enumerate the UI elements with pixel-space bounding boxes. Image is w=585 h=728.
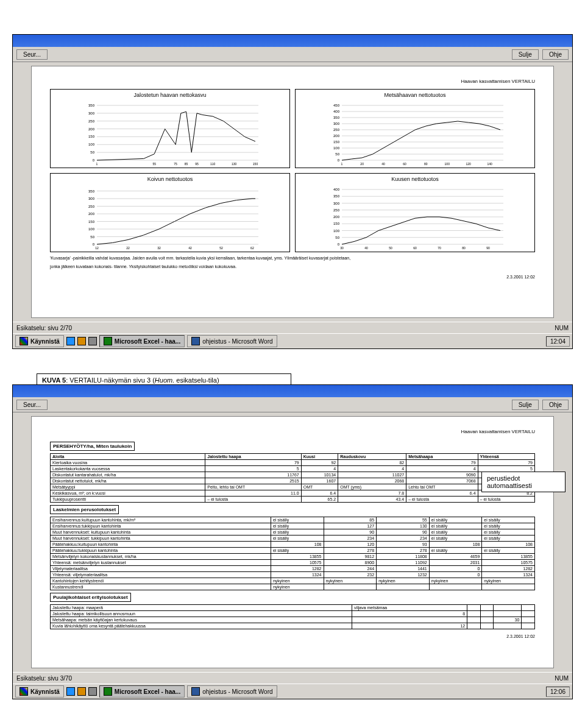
seur-button-2[interactable]: Seur... <box>16 400 48 410</box>
table-cell <box>522 605 535 611</box>
table-cell: ei sisälly <box>482 523 535 529</box>
table-cell: 1282 <box>271 566 324 572</box>
table-cell <box>324 584 377 590</box>
table-cell: ei sisälly <box>482 529 535 535</box>
table-cell: – ei tulosta <box>406 497 478 503</box>
desktop-icon-2[interactable] <box>88 687 97 696</box>
table-cell: 82 <box>338 460 406 466</box>
svg-text:300: 300 <box>88 111 95 115</box>
svg-text:350: 350 <box>88 104 95 107</box>
table-cell <box>494 611 522 617</box>
svg-text:400: 400 <box>333 110 340 113</box>
table-cell: Metsänviljelyn kokonaiskustannukset, mk/… <box>51 554 271 560</box>
kuva5-post: esikatselu-tila) <box>174 376 219 384</box>
callout-autodata-low: perustiedot automaattisesti <box>481 472 566 492</box>
table-cell: 234 <box>324 535 377 542</box>
start-label: Käynnistä <box>30 338 60 345</box>
table-cell: 2068 <box>338 478 406 484</box>
table-cell: ei sisälly <box>271 548 324 554</box>
table-cell: 4659 <box>429 554 482 560</box>
ohje-button[interactable]: Ohje <box>542 49 569 60</box>
outlook-icon-2[interactable] <box>77 687 86 696</box>
table-cell: 65.2 <box>301 497 338 503</box>
table-cell: 7068 <box>406 478 478 484</box>
table-cell <box>467 623 481 629</box>
chart-title: Koivun nettotuotos <box>53 176 287 182</box>
svg-text:250: 250 <box>333 128 340 132</box>
table-cell: nykyinen <box>324 578 377 584</box>
chart-title: Kuusen nettotuotos <box>298 176 532 182</box>
chart-1: Metsähaavan nettotuotos05010015020025030… <box>295 89 535 168</box>
table-row: Yhteensä: viljelymateriaalitsa1324232123… <box>51 572 535 578</box>
table-cell: – ei tulosta <box>205 497 301 503</box>
start-button[interactable]: Käynnistä <box>15 335 64 347</box>
table-cell: Päätehakkuu:tukkipuun kantohinta <box>51 548 271 554</box>
table-cell: 90 <box>324 529 377 535</box>
table-cell: 108 <box>429 542 482 548</box>
table-cell: ei sisälly <box>271 529 324 535</box>
table-cell: 1282 <box>482 566 535 572</box>
table-cell: 108 <box>482 542 535 548</box>
table-cell: 9812 <box>324 554 377 560</box>
table-row: Kantohintojen kehitystrendinykyinennykyi… <box>51 578 535 584</box>
table-cell: Muut harvennukset: kuitupuun kantohinta <box>51 529 271 535</box>
screenshot-1: Seur... Sulje Ohje Haavan kasvattamisen … <box>12 34 573 349</box>
svg-text:60: 60 <box>403 162 406 166</box>
chart-3: Kuusen nettotuotos0501001502002503003504… <box>295 173 535 252</box>
task-excel[interactable]: Microsoft Excel - haa... <box>99 335 185 347</box>
task-word[interactable]: ohjeistus - Microsoft Word <box>187 335 277 347</box>
svg-text:300: 300 <box>88 197 95 200</box>
table-cell: Päätehakkuu:kuitupuun kantohinta <box>51 542 271 548</box>
table-cell: OMT <box>301 484 338 490</box>
svg-text:450: 450 <box>333 104 340 107</box>
table-cell: 55 <box>377 517 430 523</box>
svg-text:50: 50 <box>389 246 392 250</box>
table-cell <box>522 611 535 617</box>
svg-text:200: 200 <box>333 215 340 219</box>
start-button-2[interactable]: Käynnistä <box>15 685 64 698</box>
table-cell: 2031 <box>429 560 482 566</box>
status-bar-2: Esikatselu: sivu 3/70 NUM <box>13 672 572 684</box>
table-cell: 5 <box>478 466 534 472</box>
chart-area: 05010015020025030035040030405060708090 <box>298 183 532 250</box>
svg-text:30: 30 <box>340 246 344 250</box>
section0: PERSEHYÖTY/ha, Miten taulukoin <box>50 442 135 451</box>
svg-text:0: 0 <box>93 242 95 246</box>
table-cell: 85 <box>324 517 377 523</box>
table-cell: 90 <box>377 529 430 535</box>
sulje-button-2[interactable]: Sulje <box>512 400 539 410</box>
table-cell: Ensiharvennus:kuitupuun kantohinta, mk/m… <box>51 517 271 523</box>
ie-icon[interactable] <box>66 337 75 345</box>
ie-icon-2[interactable] <box>66 687 75 696</box>
excel-icon-2 <box>104 687 112 696</box>
table-cell: 43.4 <box>338 497 406 503</box>
table-cell: Kuvia lähiohikäyttö oma kesyntä päätehak… <box>51 623 352 629</box>
table-header-cell: Yhteensä <box>478 454 534 460</box>
table-cell: 2515 <box>205 478 301 484</box>
svg-text:110: 110 <box>210 162 216 166</box>
table-cell: 0 <box>429 566 482 572</box>
page-header-2: Haavan kasvattamisen VERTAILU <box>50 429 535 434</box>
desktop-icon[interactable] <box>88 337 97 345</box>
table-cell: 5 <box>205 466 301 472</box>
taskbar-2: Käynnistä Microsoft Excel - haa... ohjei… <box>13 684 572 699</box>
table-cell: 10134 <box>301 472 338 478</box>
table-row: Jalostettu haapa: taimikollisuun annosmu… <box>51 611 535 617</box>
sulje-button[interactable]: Sulje <box>512 49 539 60</box>
ohje-button-2[interactable]: Ohje <box>542 400 569 410</box>
outlook-icon[interactable] <box>77 337 86 345</box>
footnote2: jonka jälkeen kuvataan kokonais- tilanne… <box>50 264 535 269</box>
table-cell: 4 <box>301 466 338 472</box>
table-cell: 6.4 <box>301 490 338 497</box>
table-cell: Metsähaapa: metsän käyttöajan kertokuvau… <box>51 617 352 623</box>
table-cell <box>429 584 482 590</box>
taskbar: Käynnistä Microsoft Excel - haa... ohjei… <box>13 333 572 348</box>
table-cell: Kantohintojen kehitystrendi <box>51 578 271 584</box>
excel-icon <box>104 337 112 345</box>
seur-button[interactable]: Seur... <box>16 49 48 60</box>
page-preview-2: Haavan kasvattamisen VERTAILU PERSEHYÖTY… <box>31 416 554 668</box>
svg-text:100: 100 <box>333 229 340 233</box>
chart-area: 050100150200250300350122232425262 <box>53 183 287 250</box>
task-word-2[interactable]: ohjeistus - Microsoft Word <box>187 685 277 698</box>
task-excel-2[interactable]: Microsoft Excel - haa... <box>99 685 185 698</box>
